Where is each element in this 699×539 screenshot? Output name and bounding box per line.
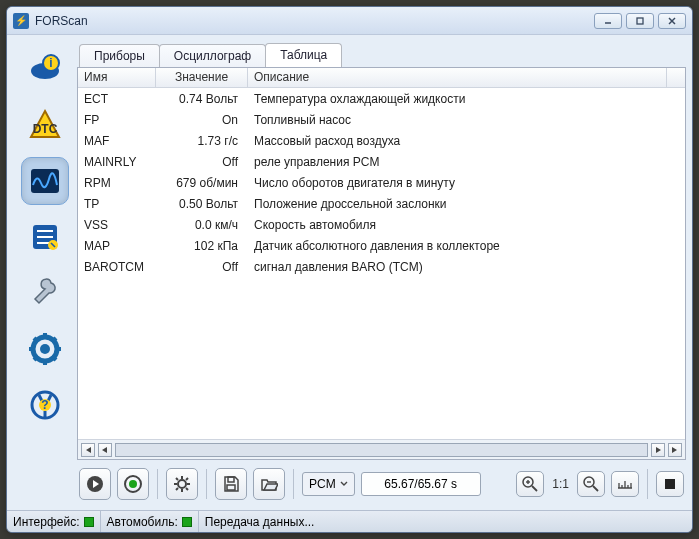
cell-name: BAROTCM xyxy=(78,258,156,276)
svg-line-47 xyxy=(532,486,537,491)
cell-value: 0.74 Вольт xyxy=(156,90,248,108)
sidebar-help-button[interactable]: ? xyxy=(21,381,69,429)
cell-name: RPM xyxy=(78,174,156,192)
interface-led-icon xyxy=(84,517,94,527)
tab-table[interactable]: Таблица xyxy=(265,43,342,67)
svg-line-42 xyxy=(186,478,188,480)
cell-name: MAF xyxy=(78,132,156,150)
status-vehicle-label: Автомобиль: xyxy=(107,515,178,529)
zoom-in-button[interactable] xyxy=(516,471,544,497)
cell-desc: Массовый расход воздуха xyxy=(248,132,667,150)
zoom-ratio-label: 1:1 xyxy=(550,477,571,491)
sidebar-config-button[interactable] xyxy=(21,325,69,373)
svg-point-34 xyxy=(129,480,137,488)
window-title: FORScan xyxy=(35,14,88,28)
cell-value: 0.0 км/ч xyxy=(156,216,248,234)
table-row[interactable]: RPM679 об/минЧисло оборотов двигателя в … xyxy=(78,172,685,193)
svg-line-51 xyxy=(593,486,598,491)
svg-line-24 xyxy=(34,356,38,360)
pid-table: Имя Значение Описание ECT0.74 ВольтТемпе… xyxy=(77,67,686,460)
table-row[interactable]: ECT0.74 ВольтТемпература охлаждающей жид… xyxy=(78,88,685,109)
svg-line-22 xyxy=(52,356,56,360)
cell-name: VSS xyxy=(78,216,156,234)
cell-desc: Скорость автомобиля xyxy=(248,216,667,234)
module-selector-label: PCM xyxy=(309,477,336,491)
module-selector[interactable]: PCM xyxy=(302,472,355,496)
svg-text:?: ? xyxy=(41,398,48,412)
tab-oscilloscope[interactable]: Осциллограф xyxy=(159,44,266,67)
sidebar-service-button[interactable] xyxy=(21,269,69,317)
tab-bar: Приборы Осциллограф Таблица xyxy=(77,41,686,67)
cell-desc: сигнал давления BARO (TCM) xyxy=(248,258,667,276)
save-button[interactable] xyxy=(215,468,247,500)
cell-desc: Топливный насос xyxy=(248,111,667,129)
cell-value: 679 об/мин xyxy=(156,174,248,192)
sidebar: i DTC ? xyxy=(13,41,77,504)
cell-desc: Число оборотов двигателя в минуту xyxy=(248,174,667,192)
table-row[interactable]: VSS0.0 км/чСкорость автомобиля xyxy=(78,214,685,235)
sidebar-dtc-button[interactable]: DTC xyxy=(21,101,69,149)
app-window: ⚡ FORScan i DTC xyxy=(6,6,693,533)
table-row[interactable]: TP0.50 ВольтПоложение дроссельной заслон… xyxy=(78,193,685,214)
cell-value: Off xyxy=(156,153,248,171)
status-bar: Интерфейс: Автомобиль: Передача данных..… xyxy=(7,510,692,532)
sidebar-pid-data-button[interactable] xyxy=(21,157,69,205)
table-row[interactable]: MAF1.73 г/сМассовый расход воздуха xyxy=(78,130,685,151)
status-data: Передача данных... xyxy=(205,511,321,532)
scroll-nav-bar xyxy=(78,439,685,459)
table-row[interactable]: MAINRLYOffреле управления PCM xyxy=(78,151,685,172)
close-button[interactable] xyxy=(658,13,686,29)
cell-name: TP xyxy=(78,195,156,213)
cell-name: MAINRLY xyxy=(78,153,156,171)
svg-text:i: i xyxy=(49,56,52,70)
status-vehicle: Автомобиль: xyxy=(107,511,199,532)
cell-desc: Датчик абсолютного давления в коллекторе xyxy=(248,237,667,255)
svg-line-23 xyxy=(52,338,56,342)
cell-name: FP xyxy=(78,111,156,129)
vehicle-led-icon xyxy=(182,517,192,527)
minimize-button[interactable] xyxy=(594,13,622,29)
cell-value: 1.73 г/с xyxy=(156,132,248,150)
cell-value: Off xyxy=(156,258,248,276)
cell-name: MAP xyxy=(78,237,156,255)
svg-rect-45 xyxy=(227,485,235,490)
svg-line-41 xyxy=(186,488,188,490)
col-header-desc[interactable]: Описание xyxy=(248,68,667,88)
sidebar-tests-button[interactable] xyxy=(21,213,69,261)
svg-line-40 xyxy=(176,478,178,480)
ruler-button[interactable] xyxy=(611,471,639,497)
svg-point-25 xyxy=(40,344,50,354)
play-button[interactable] xyxy=(79,468,111,500)
nav-next-button[interactable] xyxy=(651,443,665,457)
status-data-label: Передача данных... xyxy=(205,515,315,529)
time-text: 65.67/65.67 s xyxy=(384,477,457,491)
nav-prev-button[interactable] xyxy=(98,443,112,457)
col-header-spacer xyxy=(667,68,685,88)
table-row[interactable]: MAP102 кПаДатчик абсолютного давления в … xyxy=(78,235,685,256)
open-button[interactable] xyxy=(253,468,285,500)
nav-last-button[interactable] xyxy=(668,443,682,457)
table-header-row: Имя Значение Описание xyxy=(78,68,685,88)
settings-button[interactable] xyxy=(166,468,198,500)
svg-rect-44 xyxy=(228,477,234,482)
maximize-button[interactable] xyxy=(626,13,654,29)
svg-line-21 xyxy=(34,338,38,342)
nav-first-button[interactable] xyxy=(81,443,95,457)
table-row[interactable]: BAROTCMOffсигнал давления BARO (TCM) xyxy=(78,256,685,277)
tab-gauges[interactable]: Приборы xyxy=(79,44,160,67)
cell-desc: Положение дроссельной заслонки xyxy=(248,195,667,213)
svg-rect-59 xyxy=(665,479,675,489)
status-interface: Интерфейс: xyxy=(13,511,101,532)
stop-button[interactable] xyxy=(117,468,149,500)
horizontal-scrollbar[interactable] xyxy=(115,443,648,457)
app-icon: ⚡ xyxy=(13,13,29,29)
titlebar: ⚡ FORScan xyxy=(7,7,692,35)
table-row[interactable]: FPOnТопливный насос xyxy=(78,109,685,130)
sidebar-vehicle-info-button[interactable]: i xyxy=(21,45,69,93)
col-header-value[interactable]: Значение xyxy=(156,68,248,88)
col-header-name[interactable]: Имя xyxy=(78,68,156,88)
zoom-out-button[interactable] xyxy=(577,471,605,497)
cell-value: 102 кПа xyxy=(156,237,248,255)
record-marker-button[interactable] xyxy=(656,471,684,497)
status-interface-label: Интерфейс: xyxy=(13,515,80,529)
